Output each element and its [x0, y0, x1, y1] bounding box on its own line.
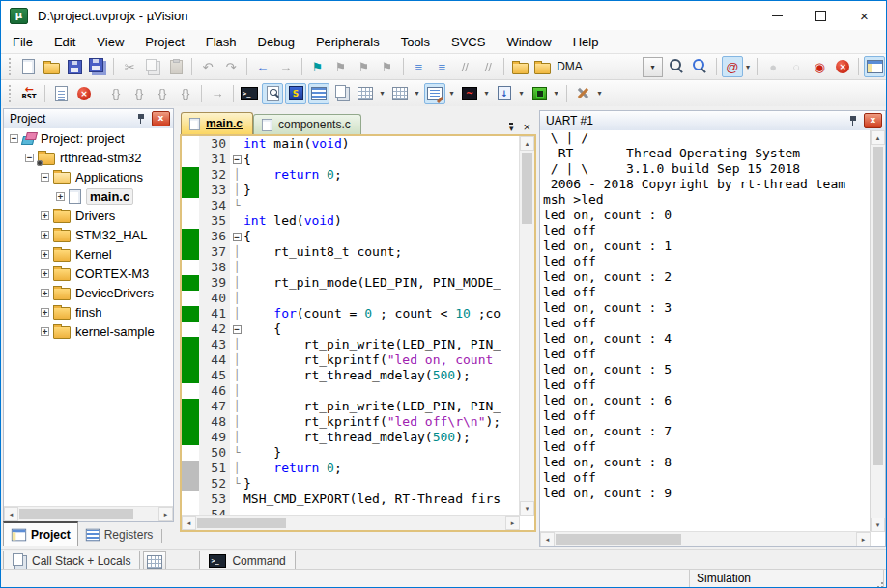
- help-search-button[interactable]: @: [722, 56, 743, 77]
- insert-breakpoint-button[interactable]: ◉: [809, 56, 830, 77]
- symbol-window-button[interactable]: S: [285, 83, 306, 104]
- step-out-button[interactable]: {}: [152, 83, 173, 104]
- disassembly-window-button[interactable]: [262, 83, 283, 104]
- scroll-down-icon[interactable]: ▾: [871, 518, 885, 532]
- uart-vscrollbar[interactable]: ▴ ▾: [871, 130, 885, 532]
- open-file-button[interactable]: [41, 56, 62, 77]
- scroll-left-icon[interactable]: ◂: [540, 532, 555, 546]
- uncomment-button[interactable]: //: [477, 56, 499, 77]
- resize-grip[interactable]: [881, 582, 883, 584]
- run-button[interactable]: →: [207, 83, 228, 104]
- save-all-button[interactable]: [87, 56, 108, 77]
- expander-icon[interactable]: +: [41, 327, 49, 336]
- scroll-right-icon[interactable]: ▸: [505, 516, 520, 530]
- expander-icon[interactable]: −: [41, 173, 49, 182]
- breakpoint-enable-icon[interactable]: ○: [786, 56, 807, 77]
- indent-button[interactable]: ≡: [408, 56, 429, 77]
- run-to-cursor-button[interactable]: {}: [175, 83, 196, 104]
- save-button[interactable]: [64, 56, 85, 77]
- tree-item-rtthread-stm32[interactable]: −rtthread-stm32: [4, 148, 173, 167]
- scroll-left-icon[interactable]: ◂: [182, 516, 196, 530]
- menu-edit[interactable]: Edit: [44, 32, 85, 52]
- analysis-window-button-dropdown[interactable]: ▾: [481, 83, 492, 104]
- expander-icon[interactable]: +: [41, 308, 49, 317]
- menu-project[interactable]: Project: [135, 32, 193, 52]
- maximize-button[interactable]: [799, 1, 843, 30]
- menu-debug[interactable]: Debug: [248, 32, 304, 52]
- menu-peripherals[interactable]: Peripherals: [306, 32, 389, 52]
- breakpoint-disabled-icon[interactable]: ●: [762, 56, 784, 77]
- registers-window-button[interactable]: [308, 83, 329, 104]
- watch-window-button[interactable]: [355, 83, 376, 104]
- paste-button[interactable]: [165, 56, 186, 77]
- kill-breakpoints-button[interactable]: ×: [832, 56, 853, 77]
- uart-vscroll-thumb[interactable]: [873, 147, 883, 465]
- project-hscrollbar[interactable]: ◂ ▸: [4, 506, 173, 521]
- new-file-button[interactable]: [17, 56, 39, 77]
- project-panel-close-icon[interactable]: x: [152, 111, 170, 126]
- incremental-find-button[interactable]: [690, 56, 711, 77]
- memory-window-button-dropdown[interactable]: ▾: [412, 83, 422, 104]
- tree-item-devicedrivers[interactable]: +DeviceDrivers: [4, 283, 173, 302]
- close-button[interactable]: ×: [843, 1, 886, 30]
- tree-item-main-c[interactable]: +main.c: [4, 186, 173, 206]
- project-hscroll-thumb[interactable]: [19, 509, 133, 519]
- expander-icon[interactable]: −: [25, 154, 34, 162]
- memory-window-button[interactable]: [389, 83, 411, 104]
- system-viewer-button-dropdown[interactable]: ▾: [551, 83, 561, 104]
- tab-project[interactable]: Project: [3, 521, 78, 546]
- expander-icon[interactable]: +: [56, 192, 65, 201]
- menu-svcs[interactable]: SVCS: [442, 32, 495, 52]
- pin-icon[interactable]: [136, 113, 146, 125]
- editor-hscroll-thumb[interactable]: [197, 518, 286, 528]
- editor-vscroll-thumb[interactable]: [522, 153, 532, 224]
- call-stack-window-button[interactable]: [331, 83, 353, 104]
- menu-flash[interactable]: Flash: [196, 32, 246, 52]
- search-combobox[interactable]: DMA▾: [534, 57, 663, 76]
- step-over-button[interactable]: {}: [129, 83, 150, 104]
- expander-icon[interactable]: +: [41, 269, 49, 278]
- serial-window-button[interactable]: [424, 83, 445, 104]
- code-editor[interactable]: 30int main(void)31−{32│ return 0;33│}34└…: [182, 136, 520, 516]
- show-next-statement-button[interactable]: [50, 83, 72, 104]
- editor-hscrollbar[interactable]: ◂ ▸: [182, 515, 520, 530]
- tab-list-icon[interactable]: ▾: [509, 123, 514, 132]
- reset-button[interactable]: RST: [18, 83, 40, 104]
- window-layout-button[interactable]: [864, 56, 885, 77]
- next-bookmark-button[interactable]: ⚑: [330, 56, 352, 77]
- menu-view[interactable]: View: [87, 32, 133, 52]
- step-button[interactable]: {}: [105, 83, 127, 104]
- expander-icon[interactable]: +: [41, 250, 49, 259]
- expander-icon[interactable]: +: [41, 211, 49, 220]
- tree-item-finsh[interactable]: +finsh: [4, 302, 173, 322]
- scroll-left-icon[interactable]: ◂: [4, 507, 18, 521]
- fold-collapse-icon[interactable]: −: [233, 155, 242, 164]
- expander-icon[interactable]: −: [10, 134, 18, 143]
- tree-item-kernel-sample[interactable]: +kernel-sample: [4, 322, 173, 341]
- navigate-back-button[interactable]: ←: [252, 56, 273, 77]
- undo-button[interactable]: ↶: [197, 56, 218, 77]
- scroll-down-icon[interactable]: ▾: [520, 501, 534, 516]
- menu-help[interactable]: Help: [563, 32, 609, 52]
- trace-window-button[interactable]: ↓: [494, 83, 515, 104]
- tree-item-applications[interactable]: −Applications: [4, 167, 173, 186]
- serial-window-button-dropdown[interactable]: ▾: [446, 83, 457, 104]
- find-button[interactable]: [509, 56, 530, 77]
- insert-bookmark-button[interactable]: ⚑: [307, 56, 329, 77]
- scroll-right-icon[interactable]: ▸: [856, 532, 871, 546]
- fold-collapse-icon[interactable]: −: [233, 233, 242, 241]
- editor-tab-main-c[interactable]: main.c: [181, 112, 253, 134]
- pin-icon[interactable]: [848, 115, 858, 126]
- command-window-button[interactable]: >_: [239, 83, 260, 104]
- menu-window[interactable]: Window: [497, 32, 560, 52]
- editor-tab-components-c[interactable]: components.c: [253, 114, 361, 134]
- scroll-right-icon[interactable]: ▸: [158, 507, 173, 521]
- menu-file[interactable]: File: [3, 32, 43, 52]
- help-search-button-dropdown[interactable]: ▾: [744, 56, 753, 77]
- expander-icon[interactable]: +: [41, 231, 49, 239]
- fold-collapse-icon[interactable]: −: [233, 325, 242, 334]
- trace-window-button-dropdown[interactable]: ▾: [516, 83, 527, 104]
- close-file-icon[interactable]: ×: [523, 120, 530, 134]
- tab-registers[interactable]: Registers: [78, 524, 160, 546]
- clear-bookmarks-button[interactable]: ⚑: [377, 56, 398, 77]
